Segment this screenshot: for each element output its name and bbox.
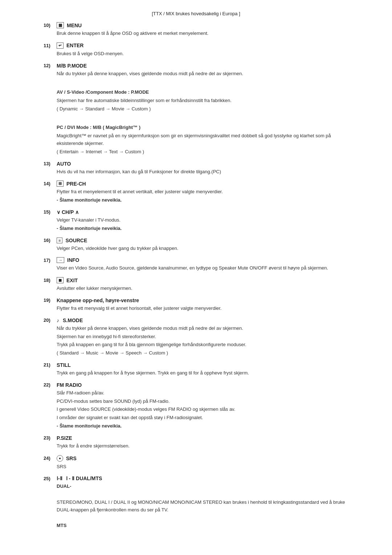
section-header: 16)≡SOURCE <box>44 238 348 243</box>
section-body: SRS <box>57 463 348 471</box>
body-text: Trykk en gang på knappen for å fryse skj… <box>57 369 348 377</box>
section-body: Hvis du vil ha mer informasjon, kan du g… <box>57 168 348 176</box>
body-text: Brukes til å velge OSD-menyen. <box>57 50 348 58</box>
section-title: ≡SOURCE <box>57 238 87 243</box>
section-body: Slår FM-radioen på/av.PC/DVI-modus sette… <box>57 389 348 430</box>
section-body: Viser en Video Source, Audio Source, gje… <box>57 264 348 272</box>
section-24: 24)●SRSSRS <box>44 455 348 471</box>
section-title: ●SRS <box>57 455 77 462</box>
section-number: 24) <box>44 455 57 461</box>
body-text: Skjermen har en innebygd hi-fi stereofor… <box>57 333 348 341</box>
body-text: ( Entertain → Internet → Text → Custom ) <box>57 148 348 156</box>
section-body: Når du trykker på denne knappen, vises g… <box>57 325 348 357</box>
section-title: ∨ CH/P ∧ <box>57 209 79 215</box>
section-number: 13) <box>44 161 57 166</box>
body-text: ( Dynamic → Standard → Movie → Custom ) <box>57 105 348 113</box>
body-text-bold: DUAL- <box>57 483 348 490</box>
section-title-text: FM RADIO <box>57 382 82 388</box>
section-body: Avslutter eller lukker menyskjermen. <box>57 285 348 292</box>
section-title: ♪S.MODE <box>57 317 83 323</box>
section-header: 25)Ⅰ-ⅡⅠ - Ⅱ DUAL/MTS <box>44 475 348 481</box>
body-text: Avslutter eller lukker menyskjermen. <box>57 285 348 292</box>
section-icon: Ⅰ-Ⅱ <box>57 475 62 481</box>
body-text: I generell Video SOURCE (videokilde)-mod… <box>57 406 348 413</box>
body-text: Viser en Video Source, Audio Source, gje… <box>57 264 348 272</box>
section-14: 14)⊞PRE-CHFlytter fra et menyelement til… <box>44 181 348 204</box>
section-16: 16)≡SOURCEVelger PCen, videokilde hver g… <box>44 238 348 252</box>
body-text: Trykk på knappen en gang til for å bla g… <box>57 341 348 349</box>
body-text: Slår FM-radioen på/av. <box>57 389 348 397</box>
section-header: 23)P.SIZE <box>44 435 348 441</box>
body-text: Trykk for å endre skjermstørrelsen. <box>57 442 348 450</box>
section-icon: ↵ <box>57 42 64 49</box>
body-text: Når du trykker på denne knappen, vises g… <box>57 70 348 78</box>
section-body: Bruk denne knappen til å åpne OSD og akt… <box>57 30 348 37</box>
section-title: Knappene opp-ned, høyre-venstre <box>57 297 139 303</box>
section-number: 17) <box>44 258 57 263</box>
section-number: 12) <box>44 63 57 68</box>
section-number: 21) <box>44 362 57 368</box>
section-body: Når du trykker på denne knappen, vises g… <box>57 70 348 156</box>
section-header: 10)▦MENU <box>44 22 348 28</box>
section-body: Trykk for å endre skjermstørrelsen. <box>57 442 348 450</box>
section-title: ↵ENTER <box>57 42 83 49</box>
section-title: Ⅰ-ⅡⅠ - Ⅱ DUAL/MTS <box>57 475 102 481</box>
body-text-bold: - Šlame monitoriuje neveikia. <box>57 197 348 204</box>
section-title-text: ENTER <box>66 42 83 48</box>
section-body: DUAL-STEREO/MONO, DUAL I / DUAL II og MO… <box>57 483 348 530</box>
body-text: Velger PCen, videokilde hver gang du try… <box>57 245 348 252</box>
section-title: →INFO <box>57 257 79 263</box>
section-number: 14) <box>44 181 57 186</box>
section-number: 25) <box>44 476 57 481</box>
body-text: Bruk denne knappen til å åpne OSD og akt… <box>57 30 348 37</box>
body-text: SRS <box>57 463 348 471</box>
section-header: 20)♪S.MODE <box>44 317 348 323</box>
body-text: Hvis du vil ha mer informasjon, kan du g… <box>57 168 348 176</box>
section-title: ▦MENU <box>57 22 82 28</box>
section-icon: ▦ <box>57 22 64 28</box>
section-number: 16) <box>44 238 57 243</box>
body-text: MagicBright™ er navnet på en ny skjermfu… <box>57 132 348 147</box>
section-header: 17)→INFO <box>44 257 348 263</box>
section-header: 22)FM RADIO <box>44 382 348 388</box>
body-text: Skjermen har fire automatiske bildeinnst… <box>57 97 348 105</box>
section-body: Trykk en gang på knappen for å fryse skj… <box>57 369 348 377</box>
section-header: 24)●SRS <box>44 455 348 462</box>
subsection-title: AV / S-Video /Component Mode : P.MODE <box>57 89 348 96</box>
body-text: I områder der signalet er svakt kan det … <box>57 414 348 422</box>
section-icon: ◼ <box>57 277 64 283</box>
section-title: ◼EXIT <box>57 277 78 283</box>
section-title-text: MENU <box>67 23 82 28</box>
section-number: 23) <box>44 435 57 441</box>
section-header: 19)Knappene opp-ned, høyre-venstre <box>44 297 348 303</box>
section-title: M/B P.MODE <box>57 63 87 69</box>
section-title-text: EXIT <box>66 278 78 283</box>
body-text: PC/DVI-modus settes bare SOUND (lyd) på … <box>57 398 348 405</box>
section-title-text: M/B P.MODE <box>57 63 87 69</box>
section-header: 12)M/B P.MODE <box>44 63 348 69</box>
section-11: 11)↵ENTERBrukes til å velge OSD-menyen. <box>44 42 348 58</box>
section-10: 10)▦MENUBruk denne knappen til å åpne OS… <box>44 22 348 37</box>
body-text: ( Standard → Music → Movie → Speech → Cu… <box>57 349 348 357</box>
section-13: 13)AUTOHvis du vil ha mer informasjon, k… <box>44 161 348 176</box>
section-icon: ♪ <box>57 317 59 323</box>
section-body: Flytter fra ett menyvalg til et annet ho… <box>57 305 348 312</box>
section-title-text: SOURCE <box>65 238 87 243</box>
top-note: [TTX / MIX brukes hovedsakelig i Europa … <box>44 11 348 16</box>
section-title-text: ∨ CH/P ∧ <box>57 209 79 215</box>
section-title: STILL <box>57 362 71 368</box>
section-19: 19)Knappene opp-ned, høyre-venstreFlytte… <box>44 297 348 312</box>
section-22: 22)FM RADIOSlår FM-radioen på/av.PC/DVI-… <box>44 382 348 430</box>
body-text: Når du trykker på denne knappen, vises g… <box>57 325 348 332</box>
section-title-text: PRE-CH <box>66 181 86 187</box>
section-title-text: Knappene opp-ned, høyre-venstre <box>57 297 139 303</box>
section-18: 18)◼EXITAvslutter eller lukker menyskjer… <box>44 277 348 292</box>
section-header: 18)◼EXIT <box>44 277 348 283</box>
section-title-text: STILL <box>57 362 71 368</box>
section-title: AUTO <box>57 161 71 167</box>
section-body: Velger TV-kanaler i TV-modus.- Šlame mon… <box>57 216 348 232</box>
section-header: 13)AUTO <box>44 161 348 167</box>
section-body: Flytter fra et menyelement til et annet … <box>57 188 348 204</box>
section-number: 11) <box>44 43 57 48</box>
section-icon: ≡ <box>57 238 62 243</box>
